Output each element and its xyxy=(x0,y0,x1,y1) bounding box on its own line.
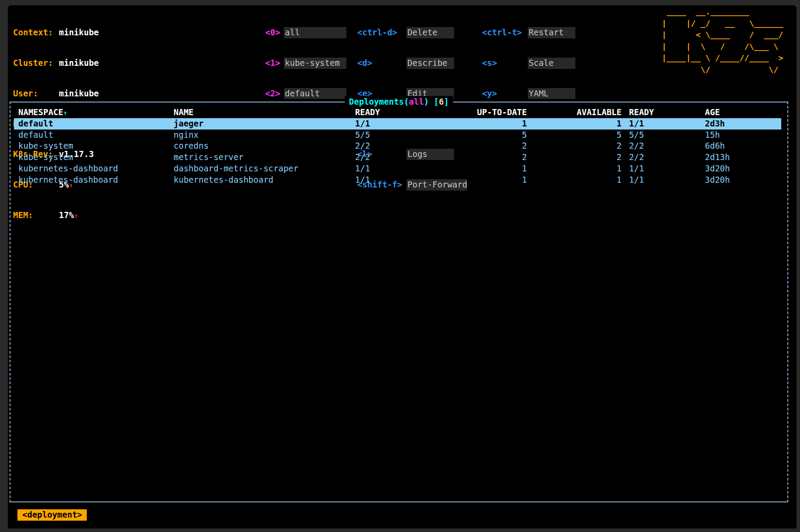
hotkey-scale-key: <s> xyxy=(482,58,528,69)
context-value: minikube xyxy=(59,27,99,37)
column-header-ready-2: READY xyxy=(622,107,697,119)
deployments-table: Deployments(all) [6] NAMESPACE↑ NAME REA… xyxy=(10,102,788,502)
hotkey-restart-label: Restart xyxy=(528,27,575,38)
title-namespace: all xyxy=(409,97,424,106)
hotkey-describe: <d>Describe xyxy=(357,58,467,69)
user-label: User: xyxy=(13,88,59,99)
table-header-row: NAMESPACE↑ NAME READY UP-TO-DATE AVAILAB… xyxy=(14,107,781,118)
hotkey-delete-key: <ctrl-d> xyxy=(357,27,407,38)
hotkey-2: <2> xyxy=(265,88,284,99)
hotkey-namespace-all: <0>all xyxy=(265,27,346,38)
table-row[interactable]: default jaeger 1/1 1 1 1/1 2d3h xyxy=(14,118,781,130)
title-row-count: 6 xyxy=(439,97,444,106)
hotkey-0-label: all xyxy=(284,27,346,38)
title-resource: Deployments xyxy=(349,97,404,106)
hotkey-restart: <ctrl-t>Restart xyxy=(482,27,575,38)
hotkey-delete-label: Delete xyxy=(407,27,454,38)
hotkey-describe-key: <d> xyxy=(357,58,407,69)
hotkey-1-label: kube-system xyxy=(284,58,346,69)
column-header-ready: READY xyxy=(355,107,442,119)
hotkey-delete: <ctrl-d>Delete xyxy=(357,27,467,38)
cluster-value: minikube xyxy=(59,58,99,68)
hotkey-scale: <s>Scale xyxy=(482,58,575,69)
column-header-name: NAME xyxy=(174,107,355,119)
hotkey-namespace-kube-system: <1>kube-system xyxy=(265,58,346,69)
hotkey-0: <0> xyxy=(265,27,284,38)
k9s-terminal: Context:minikube Cluster:minikube User:m… xyxy=(8,5,797,529)
column-header-namespace: NAMESPACE↑ xyxy=(14,107,174,119)
cluster-label: Cluster: xyxy=(13,58,59,69)
sort-ascending-icon: ↑ xyxy=(63,109,67,117)
column-header-available: AVAILABLE xyxy=(527,107,622,119)
column-header-up-to-date: UP-TO-DATE xyxy=(442,107,527,119)
user-row: User:minikube xyxy=(13,88,99,99)
table-row[interactable]: kubernetes-dashboard dashboard-metrics-s… xyxy=(14,163,781,174)
hotkey-yaml: <y>YAML xyxy=(482,88,575,99)
hotkey-yaml-label: YAML xyxy=(528,88,575,99)
table-row[interactable]: kubernetes-dashboard kubernetes-dashboar… xyxy=(14,174,781,186)
cluster-row: Cluster:minikube xyxy=(13,58,99,69)
table-title: Deployments(all) [6] xyxy=(345,96,453,107)
hotkey-yaml-key: <y> xyxy=(482,88,528,99)
hotkey-1: <1> xyxy=(265,58,284,69)
context-label: Context: xyxy=(13,27,59,38)
table-row[interactable]: kube-system metrics-server 2/2 2 2 2/2 2… xyxy=(14,152,781,163)
header: Context:minikube Cluster:minikube User:m… xyxy=(8,7,797,99)
hotkey-2-label: default xyxy=(284,88,346,99)
hotkey-namespace-default: <2>default xyxy=(265,88,346,99)
breadcrumb[interactable]: <deployment> xyxy=(17,509,87,521)
hotkey-describe-label: Describe xyxy=(407,58,454,69)
column-header-age: AGE xyxy=(697,107,781,119)
table-row[interactable]: default nginx 5/5 5 5 5/5 15h xyxy=(14,130,781,141)
hotkey-scale-label: Scale xyxy=(528,58,575,69)
hotkey-restart-key: <ctrl-t> xyxy=(482,27,528,38)
context-row: Context:minikube xyxy=(13,27,99,38)
table-row[interactable]: kube-system coredns 2/2 2 2 2/2 6d6h xyxy=(14,140,781,152)
user-value: minikube xyxy=(59,89,99,98)
k9s-logo-ascii-art: ____ __.________ | |/ _/ __ \______ | < … xyxy=(662,6,788,75)
